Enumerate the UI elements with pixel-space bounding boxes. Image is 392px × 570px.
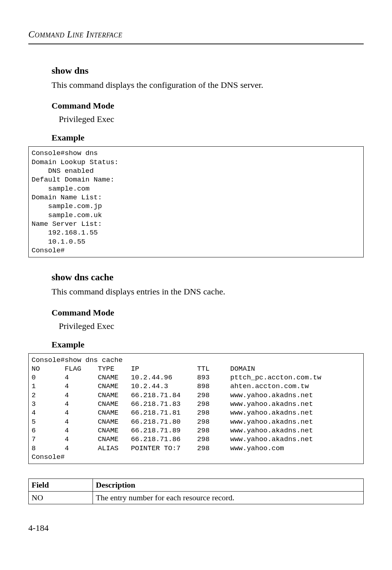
command-mode-heading: Command Mode — [52, 308, 364, 318]
table-cell-field: NO — [29, 492, 93, 504]
table-row: NO The entry number for each resource re… — [29, 492, 364, 504]
running-head: Command Line Interface — [28, 29, 364, 44]
command-description: This command displays entries in the DNS… — [52, 286, 364, 297]
command-heading-show-dns-cache: show dns cache — [52, 272, 364, 283]
console-output-show-dns-cache: Console#show dns cache NO FLAG TYPE IP T… — [28, 353, 364, 464]
table-header-row: Field Description — [29, 479, 364, 492]
example-heading: Example — [52, 340, 364, 350]
table-header-description: Description — [93, 479, 364, 492]
command-mode-heading: Command Mode — [52, 101, 364, 111]
command-mode-value: Privileged Exec — [59, 114, 364, 124]
page-number: 4-184 — [28, 523, 364, 533]
table-header-field: Field — [29, 479, 93, 492]
field-description-table: Field Description NO The entry number fo… — [28, 479, 364, 504]
command-heading-show-dns: show dns — [52, 65, 364, 76]
command-description: This command displays the configuration … — [52, 79, 364, 91]
command-mode-value: Privileged Exec — [59, 321, 364, 331]
example-heading: Example — [52, 133, 364, 143]
table-cell-description: The entry number for each resource recor… — [93, 492, 364, 504]
console-output-show-dns: Console#show dns Domain Lookup Status: D… — [28, 146, 364, 257]
